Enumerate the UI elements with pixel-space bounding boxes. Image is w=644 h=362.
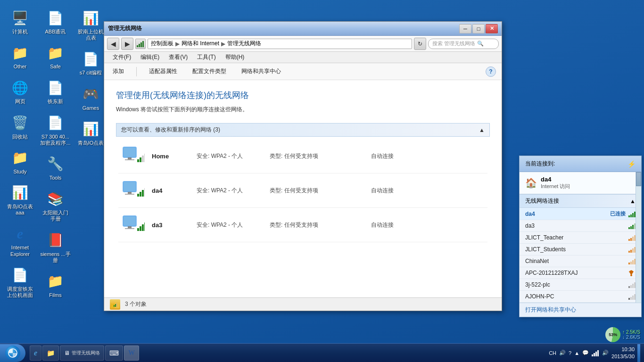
show-desktop[interactable] (637, 344, 640, 362)
svg-rect-10 (142, 156, 144, 162)
desktop-icon-computer[interactable]: 🖥️ 计算机 (2, 5, 38, 39)
wifi-panel-title: 当前连接到: (525, 160, 555, 168)
network-type-da4: 类型: 任何受支持项 (270, 187, 364, 195)
desktop-icon-browser[interactable]: 🌐 网页 (2, 74, 38, 108)
wifi-item-da4[interactable]: da4 已连接 (520, 208, 641, 220)
svg-rect-19 (144, 188, 145, 197)
clock-time: 10:30 (611, 346, 635, 353)
menu-bar: 文件(F) 编辑(E) 查看(V) 工具(T) 帮助(H) (104, 52, 502, 63)
collapse-icon: ▲ (479, 127, 485, 133)
wifi-item-ajohn[interactable]: AJOHN-PC (520, 291, 641, 303)
window-titlebar: 管理无线网络 ─ □ ✕ (104, 22, 502, 36)
menu-edit[interactable]: 编辑(E) (136, 52, 164, 62)
toolbar-sharing[interactable]: 网络和共享中心 (239, 66, 284, 77)
menu-file[interactable]: 文件(F) (108, 52, 136, 62)
taskbar-btn-keyboard[interactable]: ⌨ (105, 346, 123, 361)
window-controls: ─ □ ✕ (459, 24, 498, 33)
desktop-icon-abb[interactable]: 📄 ABB通讯 (38, 5, 73, 39)
search-box[interactable]: 搜索 管理无线网络 🔍 (428, 39, 499, 49)
menu-help[interactable]: 帮助(H) (221, 52, 249, 62)
address-path[interactable]: 控制面板 ▶ 网络和 Internet ▶ 管理无线网络 (148, 39, 412, 49)
desktop-icon-safe[interactable]: 📁 Safe (38, 40, 73, 74)
toolbar-profile[interactable]: 配置文件类型 (190, 66, 229, 77)
desktop-icon-games[interactable]: 🎮 Games (73, 81, 108, 115)
start-button[interactable] (0, 344, 25, 362)
menu-tools[interactable]: 工具(T) (192, 52, 220, 62)
section-header[interactable]: 您可以查看、修改和重新排序的网络 (3) ▲ (116, 123, 490, 137)
taskbar-btn-explorer[interactable]: 📁 (42, 346, 59, 361)
desktop-icon-study[interactable]: 📁 Study (2, 145, 38, 179)
desktop-icon-tiedong[interactable]: 📄 铁东新 (38, 74, 73, 108)
taskbar: e 📁 🖥 管理无线网络 ⌨ W CH 🔊 ? ▲ (0, 343, 644, 362)
content-area: 管理使用(无线网络连接)的无线网络 Windows 将尝试按照下面所列的顺序连接… (104, 80, 502, 297)
toolbar-adapter[interactable]: 适配器属性 (146, 66, 180, 77)
network-item-home[interactable]: Home 安全: WPA2 - 个人 类型: 任何受支持项 自动连接 (118, 139, 487, 173)
network-connect-home: 自动连接 (371, 152, 409, 160)
svg-rect-26 (142, 224, 144, 231)
wifi-item-3j522[interactable]: 3j-522-plc (520, 279, 641, 291)
wifi-signal-ajohn (628, 293, 636, 300)
toolbar: 添加 适配器属性 配置文件类型 网络和共享中心 ? (104, 63, 502, 80)
desktop-icon-other[interactable]: 📁 Other (2, 40, 38, 74)
network-security-home: 安全: WPA2 - 个人 (197, 152, 263, 160)
toolbar-help[interactable]: ? (486, 66, 496, 77)
desktop-icon-qingdao1[interactable]: 📊 青岛IO点表aaa (2, 180, 38, 220)
taskbar-btn-word[interactable]: W (124, 346, 139, 361)
maximize-button[interactable]: □ (472, 24, 485, 33)
svg-rect-32 (115, 304, 116, 307)
window-title: 管理无线网络 (108, 25, 459, 33)
svg-rect-23 (125, 228, 134, 229)
svg-point-34 (630, 274, 632, 276)
wifi-footer[interactable]: 打开网络和共享中心 (520, 303, 641, 317)
taskbar-icon2: ? (569, 350, 571, 356)
wifi-section-collapse[interactable]: ▲ (630, 198, 636, 205)
taskbar-icon4: 💬 (582, 350, 589, 356)
wifi-item-jlict-students[interactable]: JLICT_Students (520, 244, 641, 255)
wifi-signal-jlict-students (628, 246, 636, 253)
desktop-icon-siemens[interactable]: 📕 siemens ...手册 (38, 227, 73, 267)
desktop-icon-films[interactable]: 📁 Films (38, 268, 73, 302)
wifi-scrollbar-thumb[interactable] (636, 172, 641, 186)
network-security-da4: 安全: WPA2 - 个人 (197, 187, 263, 195)
desktop-icon-qingdao2[interactable]: 📊 青岛IO点表 (73, 116, 108, 150)
taskbar-clock[interactable]: 10:30 2013/5/30 (611, 346, 635, 360)
svg-rect-1 (139, 44, 140, 47)
desktop-icon-ie[interactable]: e Internet Explorer (2, 221, 38, 261)
wifi-item-chinanet[interactable]: ChinaNet (520, 255, 641, 267)
wifi-item-jlict-teacher[interactable]: JLICT_Teacher (520, 232, 641, 244)
wifi-scrollbar[interactable] (636, 172, 641, 303)
desktop-icon-schedule[interactable]: 📄 调度室铁东上位机画面 (2, 262, 38, 302)
toolbar-add[interactable]: 添加 (110, 66, 127, 77)
taskbar-btn-controlpanel[interactable]: 🖥 管理无线网络 (60, 346, 104, 361)
desktop-icon-solar[interactable]: 📚 太阳能入门手册 (38, 186, 73, 226)
desktop-icon-recycle[interactable]: 🗑️ 回收站 (2, 110, 38, 144)
forward-button[interactable]: ▶ (121, 38, 133, 50)
network-connect-da4: 自动连接 (371, 187, 409, 195)
back-button[interactable]: ◀ (107, 38, 119, 50)
wifi-item-apc[interactable]: APC-20121228TXAJ (520, 267, 641, 279)
refresh-button[interactable]: ↻ (414, 38, 426, 50)
desktop-icon-s7cit[interactable]: 📄 s7 cit编程 (73, 46, 108, 80)
network-item-da3[interactable]: da3 安全: WPA2 - 个人 类型: 任何受支持项 自动连接 (118, 208, 487, 242)
svg-rect-13 (124, 182, 136, 191)
desktop-icon-s7[interactable]: 📄 S7 300 40...加密及程序... (38, 110, 73, 150)
speed-down: ↓ 2.6K/S (622, 335, 640, 340)
taskbar-btn-ie[interactable]: e (30, 346, 41, 361)
wifi-panel: 当前连接到: ⚡ 🏠 da4 Internet 访问 无线网络连接 ▲ (519, 156, 642, 317)
close-button[interactable]: ✕ (486, 24, 498, 33)
menu-view[interactable]: 查看(V) (164, 52, 192, 62)
svg-rect-11 (144, 154, 145, 162)
wifi-signal-3j522 (628, 281, 636, 288)
svg-rect-38 (595, 352, 597, 356)
wifi-signal-da4 (628, 211, 636, 217)
svg-rect-0 (137, 45, 138, 47)
svg-rect-31 (114, 305, 115, 307)
wifi-footer-link[interactable]: 打开网络和共享中心 (525, 306, 576, 313)
minimize-button[interactable]: ─ (459, 24, 471, 33)
wifi-lightning-button[interactable]: ⚡ (627, 160, 636, 168)
desktop-icon-tools[interactable]: 🔧 Tools (38, 151, 73, 185)
wifi-item-da3[interactable]: da3 (520, 220, 641, 232)
desktop-icon-jiaoneng[interactable]: 📊 胶南上位机点表 (73, 5, 108, 45)
network-item-da4[interactable]: da4 安全: WPA2 - 个人 类型: 任何受支持项 自动连接 (118, 173, 487, 208)
status-folder-icon (110, 299, 120, 310)
